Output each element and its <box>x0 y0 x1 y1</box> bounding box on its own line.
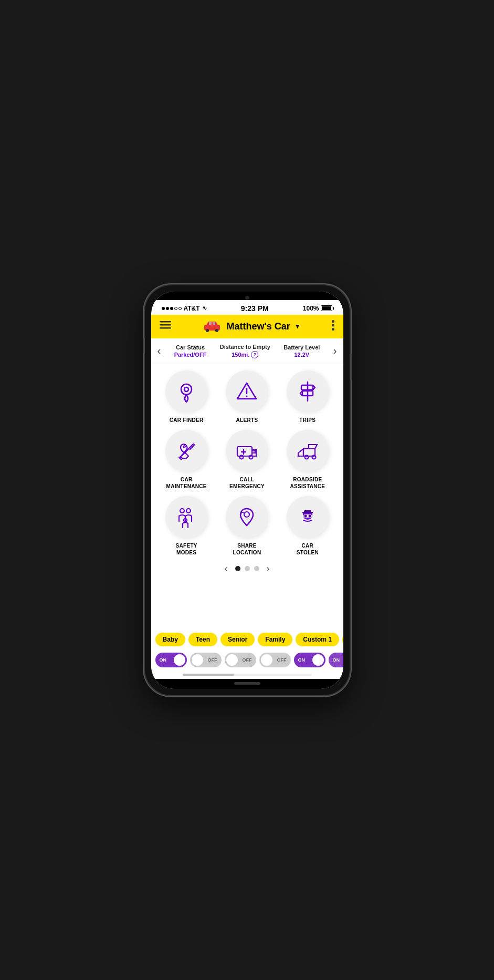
safety-modes-icon-circle <box>165 496 207 538</box>
toggle-custom-label: ON <box>333 657 340 663</box>
battery-fill <box>322 306 331 310</box>
pill-senior[interactable]: Senior <box>220 633 255 646</box>
grid-item-trips[interactable]: TRIPS <box>279 370 335 424</box>
grid-item-share-location[interactable]: SHARELOCATION <box>219 496 275 556</box>
signal-dot-1 <box>162 307 165 310</box>
car-icon <box>202 321 222 332</box>
toggle-custom1[interactable]: ON <box>294 653 325 667</box>
battery-icon <box>321 305 332 311</box>
scroll-thumb <box>183 674 234 676</box>
svg-point-9 <box>332 324 334 326</box>
menu-button[interactable] <box>160 321 171 332</box>
next-arrow[interactable]: › <box>333 345 337 357</box>
car-stolen-icon-circle <box>287 496 329 538</box>
car-status-label: Car Status <box>174 344 207 350</box>
svg-point-4 <box>206 329 209 332</box>
toggle-family-label: OFF <box>277 657 287 663</box>
toggle-teen[interactable]: OFF <box>190 653 222 667</box>
svg-point-33 <box>244 512 249 517</box>
page-dot-3 <box>254 566 259 571</box>
pill-baby[interactable]: Baby <box>155 633 185 646</box>
tow-truck-icon <box>296 439 319 462</box>
toggle-custom[interactable]: ON <box>329 653 343 667</box>
hamburger-icon <box>160 321 171 329</box>
svg-point-14 <box>246 395 248 397</box>
roadside-assistance-label: ROADSIDEASSISTANCE <box>290 476 325 490</box>
safety-modes-label: SAFETYMODES <box>176 542 197 556</box>
grid-item-car-stolen[interactable]: CARSTOLEN <box>279 496 335 556</box>
page-dot-2 <box>245 566 250 571</box>
location-pin-icon <box>175 380 198 403</box>
car-finder-icon-circle <box>165 370 207 412</box>
status-bar: AT&T ∿ 9:23 PM 100% <box>151 300 343 315</box>
grid-item-roadside-assistance[interactable]: ROADSIDEASSISTANCE <box>279 430 335 490</box>
phone-frame: AT&T ∿ 9:23 PM 100% <box>145 285 350 695</box>
svg-point-31 <box>186 509 191 513</box>
svg-point-26 <box>312 455 316 459</box>
pill-family[interactable]: Family <box>258 633 292 646</box>
home-bar <box>151 679 343 689</box>
grid-item-car-maintenance[interactable]: CARMAINTENANCE <box>159 430 215 490</box>
car-stolen-label: CARSTOLEN <box>297 542 319 556</box>
svg-rect-6 <box>209 322 212 325</box>
home-indicator[interactable] <box>234 682 260 685</box>
svg-rect-2 <box>160 327 171 329</box>
wifi-icon: ∿ <box>202 305 207 312</box>
info-help-icon: ? <box>251 351 258 358</box>
toggle-family-knob <box>261 654 272 666</box>
svg-point-21 <box>249 455 253 459</box>
camera-dot <box>245 296 249 300</box>
svg-point-20 <box>240 455 244 459</box>
alerts-icon-circle <box>226 370 268 412</box>
toggle-senior-label: OFF <box>243 657 252 663</box>
grid-item-alerts[interactable]: ALERTS <box>219 370 275 424</box>
trips-label: TRIPS <box>299 417 316 424</box>
header-title[interactable]: Matthew's Car ▼ <box>202 321 300 332</box>
toggle-senior[interactable]: OFF <box>225 653 256 667</box>
prev-arrow[interactable]: ‹ <box>157 345 161 357</box>
svg-point-8 <box>332 320 334 323</box>
pill-custom[interactable]: Custom <box>342 633 343 646</box>
toggle-custom1-knob <box>312 654 324 666</box>
signal-dots <box>162 307 182 310</box>
car-maintenance-label: CARMAINTENANCE <box>166 476 207 490</box>
svg-point-12 <box>184 387 188 391</box>
svg-point-39 <box>308 514 311 517</box>
battery-item: Battery Level 12.2V <box>283 344 320 358</box>
scroll-indicator <box>183 674 312 676</box>
distance-number: 150mi. <box>232 352 249 358</box>
alert-triangle-icon <box>235 380 258 403</box>
svg-line-27 <box>315 445 317 449</box>
call-emergency-icon-circle <box>226 430 268 472</box>
svg-rect-7 <box>213 322 215 325</box>
battery-percent: 100% <box>303 305 319 312</box>
toggles-bar: ON OFF OFF OFF <box>151 649 343 672</box>
signal-dot-5 <box>178 307 182 310</box>
screen: AT&T ∿ 9:23 PM 100% <box>151 292 343 689</box>
svg-point-10 <box>332 328 334 331</box>
grid-item-call-emergency[interactable]: CALLEMERGENCY <box>219 430 275 490</box>
pagination-next[interactable]: › <box>267 563 270 574</box>
grid-item-safety-modes[interactable]: SAFETYMODES <box>159 496 215 556</box>
svg-point-30 <box>180 509 184 513</box>
pagination: ‹ › <box>156 556 338 580</box>
toggle-family[interactable]: OFF <box>259 653 291 667</box>
more-button[interactable] <box>332 320 334 333</box>
pill-custom1[interactable]: Custom 1 <box>296 633 339 646</box>
pill-teen[interactable]: Teen <box>188 633 217 646</box>
app-header: Matthew's Car ▼ <box>151 315 343 338</box>
car-name: Matthew's Car <box>226 321 290 332</box>
dropdown-arrow-icon[interactable]: ▼ <box>295 323 301 330</box>
svg-rect-1 <box>160 324 171 326</box>
car-maintenance-icon-circle <box>165 430 207 472</box>
feature-grid: CAR FINDER ALERTS <box>156 370 338 556</box>
pagination-prev[interactable]: ‹ <box>225 563 228 574</box>
battery-value: 12.2V <box>283 352 320 358</box>
toggle-baby[interactable]: ON <box>155 653 187 667</box>
camera-area <box>151 292 343 300</box>
toggle-teen-label: OFF <box>208 657 217 663</box>
grid-item-car-finder[interactable]: CAR FINDER <box>159 370 215 424</box>
toggle-teen-knob <box>192 654 203 666</box>
phone-inner: AT&T ∿ 9:23 PM 100% <box>151 292 343 689</box>
safety-pills-bar: Baby Teen Senior Family Custom 1 Custom <box>151 630 343 649</box>
